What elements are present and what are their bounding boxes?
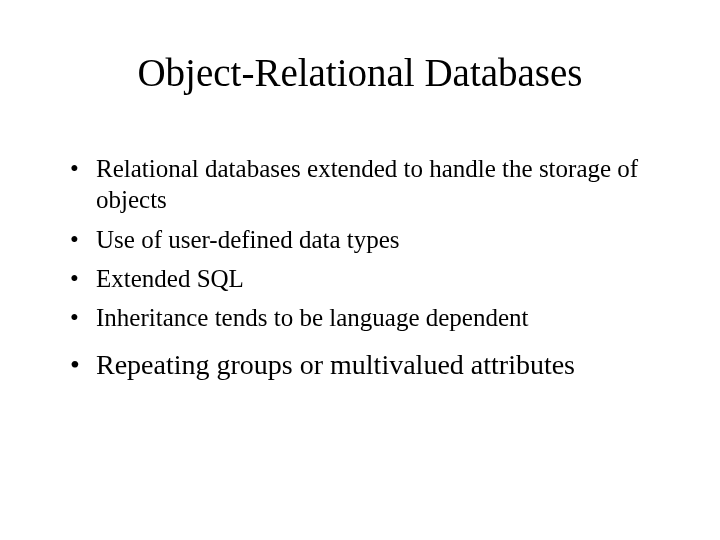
list-item: Repeating groups or multivalued attribut… (70, 347, 680, 382)
list-item: Use of user-defined data types (70, 224, 680, 255)
list-item: Inheritance tends to be language depende… (70, 302, 680, 333)
slide-title: Object-Relational Databases (40, 50, 680, 95)
list-item: Extended SQL (70, 263, 680, 294)
slide: Object-Relational Databases Relational d… (0, 0, 720, 540)
bullet-list: Relational databases extended to handle … (40, 153, 680, 382)
list-item: Relational databases extended to handle … (70, 153, 680, 216)
